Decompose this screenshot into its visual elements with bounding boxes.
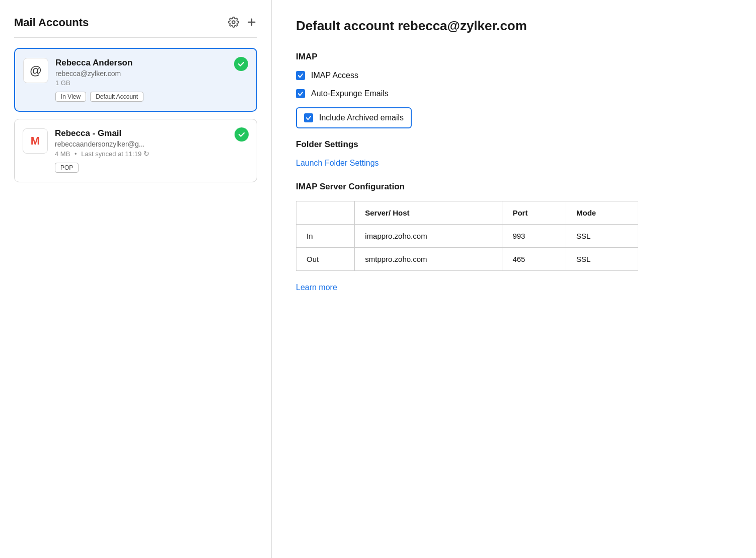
- account-storage: 1 GB: [55, 79, 248, 87]
- table-header-host: Server/ Host: [355, 201, 502, 225]
- row-out-host: smtppro.zoho.com: [355, 248, 502, 271]
- folder-settings-title: Folder Settings: [296, 140, 732, 150]
- folder-settings-section: Folder Settings Launch Folder Settings: [296, 140, 732, 168]
- row-out-mode: SSL: [566, 248, 638, 271]
- imap-access-checkbox[interactable]: [296, 71, 305, 80]
- header-divider: [14, 37, 257, 38]
- auto-expunge-label: Auto-Expunge Emails: [311, 89, 389, 98]
- left-header: Mail Accounts: [14, 16, 257, 29]
- right-panel: Default account rebecca@zylker.com IMAP …: [272, 0, 756, 558]
- table-header-mode: Mode: [566, 201, 638, 225]
- account-card-inner: @ Rebecca Anderson rebecca@zylker.com 1 …: [23, 58, 248, 102]
- account-info-rebecca: Rebecca Anderson rebecca@zylker.com 1 GB…: [55, 58, 248, 102]
- table-header-port: Port: [502, 201, 566, 225]
- mail-accounts-title: Mail Accounts: [14, 16, 89, 29]
- svg-point-0: [232, 21, 235, 24]
- account-info-gmail: Rebecca - Gmail rebeccaandersonzylker@g.…: [55, 128, 249, 173]
- account-email: rebecca@zylker.com: [55, 69, 248, 78]
- account-card-rebecca[interactable]: @ Rebecca Anderson rebecca@zylker.com 1 …: [14, 48, 257, 112]
- left-panel: Mail Accounts @ Rebecca Anderson r: [0, 0, 272, 558]
- server-config-table: Server/ Host Port Mode In imappro.zoho.c…: [296, 201, 638, 271]
- imap-section: IMAP IMAP Access Auto-Expunge Emails: [296, 52, 732, 140]
- badge-default: Default Account: [90, 92, 143, 102]
- row-in-mode: SSL: [566, 225, 638, 248]
- auto-expunge-checkbox[interactable]: [296, 89, 305, 98]
- imap-access-row: IMAP Access: [296, 71, 732, 80]
- include-archived-label: Include Archived emails: [319, 113, 404, 122]
- header-icons: [228, 17, 257, 29]
- learn-more-link[interactable]: Learn more: [296, 283, 337, 292]
- add-account-icon[interactable]: [246, 17, 257, 29]
- account-name-gmail: Rebecca - Gmail: [55, 128, 249, 138]
- row-out-direction: Out: [296, 248, 355, 271]
- table-header-direction: [296, 201, 355, 225]
- row-in-port: 993: [502, 225, 566, 248]
- table-row-in: In imappro.zoho.com 993 SSL: [296, 225, 638, 248]
- account-check-icon: [234, 57, 248, 71]
- account-card-gmail[interactable]: M Rebecca - Gmail rebeccaandersonzylker@…: [14, 119, 257, 182]
- account-avatar-rebecca: @: [23, 58, 48, 83]
- gmail-check-icon: [235, 127, 249, 142]
- account-badges: In View Default Account: [55, 92, 248, 102]
- table-row-out: Out smtppro.zoho.com 465 SSL: [296, 248, 638, 271]
- account-email-gmail: rebeccaandersonzylker@g...: [55, 140, 249, 148]
- badge-in-view: In View: [55, 92, 86, 102]
- account-card-inner-gmail: M Rebecca - Gmail rebeccaandersonzylker@…: [23, 128, 249, 173]
- account-storage-gmail: 4 MB • Last synced at 11:19 ↻: [55, 150, 249, 158]
- launch-folder-settings-link[interactable]: Launch Folder Settings: [296, 159, 379, 167]
- account-avatar-gmail: M: [23, 128, 48, 154]
- imap-server-title: IMAP Server Configuration: [296, 182, 732, 192]
- page-title: Default account rebecca@zylker.com: [296, 18, 732, 34]
- include-archived-row: Include Archived emails: [296, 107, 412, 128]
- account-name: Rebecca Anderson: [55, 58, 248, 68]
- imap-section-title: IMAP: [296, 52, 732, 62]
- row-in-host: imappro.zoho.com: [355, 225, 502, 248]
- badge-pop: POP: [55, 163, 79, 173]
- row-out-port: 465: [502, 248, 566, 271]
- auto-expunge-row: Auto-Expunge Emails: [296, 89, 732, 98]
- account-badges-gmail: POP: [55, 163, 249, 173]
- imap-server-section: IMAP Server Configuration Server/ Host P…: [296, 182, 732, 292]
- settings-icon[interactable]: [228, 17, 239, 29]
- imap-access-label: IMAP Access: [311, 71, 358, 80]
- include-archived-checkbox[interactable]: [304, 113, 313, 122]
- row-in-direction: In: [296, 225, 355, 248]
